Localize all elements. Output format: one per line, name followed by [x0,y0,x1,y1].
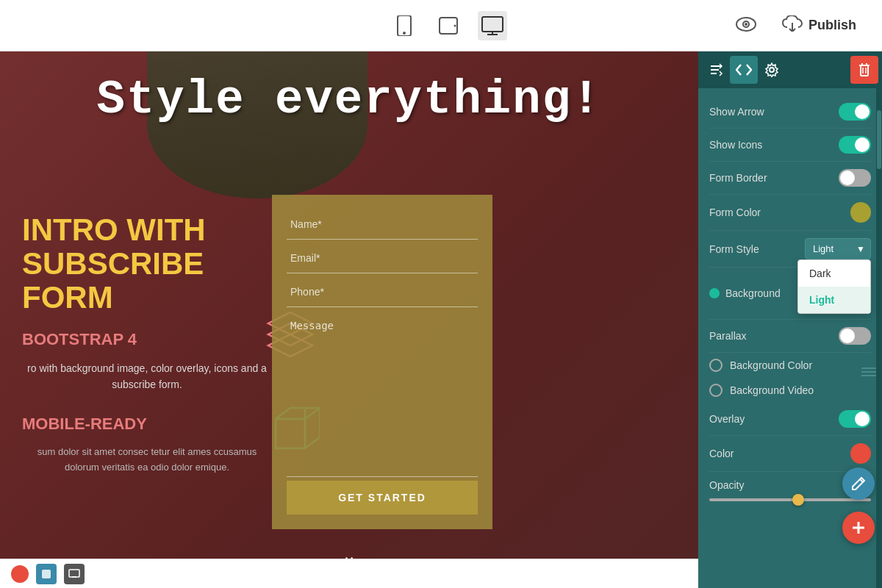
edit-fab-button[interactable] [842,467,875,500]
background-color-label: Background Color [730,359,812,371]
background-label: Background [725,287,781,299]
subscribe-form: GET STARTED [272,195,492,529]
statusbar [0,559,698,588]
background-video-label: Background Video [730,384,814,396]
lorem-text: sum dolor sit amet consec tetur elit ame… [22,445,272,476]
intro-title: INTRO WITH SUBSCRIBE FORM [22,213,272,315]
message-input[interactable] [287,311,478,477]
parallax-label: Parallax [709,330,747,342]
canvas-content: Style everything! INTRO WITH SUBSCRIBE F… [0,51,698,588]
svg-rect-4 [482,17,503,32]
color-swatch[interactable] [850,443,871,464]
svg-point-10 [745,23,747,26]
settings-panel: Show Arrow Show Icons Form Border [698,51,882,588]
setting-show-icons: Show Icons [709,129,871,162]
delete-tool-button[interactable] [850,56,878,84]
status-icon-desktop [64,564,85,584]
setting-form-border: Form Border [709,162,871,195]
color-label: Color [709,448,734,459]
form-color-label: Form Color [709,207,761,218]
sort-tool-button[interactable] [702,56,730,84]
setting-overlay: Overlay [709,403,871,436]
setting-parallax: Parallax [709,320,871,353]
device-mobile-button[interactable] [390,11,419,40]
form-color-swatch[interactable] [850,202,871,223]
email-input[interactable] [287,243,478,273]
preview-button[interactable] [736,15,756,36]
main-heading: Style everything! [15,74,684,126]
show-arrow-label: Show Arrow [709,106,764,118]
device-switcher [390,11,507,40]
setting-show-arrow: Show Arrow [709,96,871,129]
background-color-radio[interactable] [709,359,723,372]
opacity-slider-track[interactable] [709,498,871,501]
topbar: Publish [0,0,882,51]
add-fab-button[interactable] [842,512,875,544]
topbar-right: Publish [736,8,867,43]
form-border-toggle[interactable] [839,169,871,187]
svg-point-26 [770,68,774,72]
get-started-button[interactable]: GET STARTED [287,481,478,514]
form-style-select-wrapper: Light Dark ▼ Dark Light [805,238,871,259]
gear-tool-button[interactable] [758,56,786,84]
show-arrow-toggle[interactable] [839,103,871,121]
show-icons-toggle[interactable] [839,136,871,154]
form-border-label: Form Border [709,172,767,184]
cloud-upload-icon [782,15,803,36]
svg-point-1 [403,32,406,35]
bootstrap-label: BOOTSTRAP 4 [22,330,272,349]
setting-background-video: Background Video [709,378,871,403]
name-input[interactable] [287,209,478,240]
setting-form-color: Form Color [709,195,871,231]
panel-toolbar [698,51,882,88]
setting-background-color: Background Color [709,353,871,378]
status-dot-red [11,565,29,583]
panel-scrollbar[interactable] [876,88,882,588]
svg-point-3 [454,24,456,26]
background-video-radio[interactable] [709,384,723,397]
main-area: Style everything! INTRO WITH SUBSCRIBE F… [0,51,882,588]
left-content: INTRO WITH SUBSCRIBE FORM BOOTSTRAP 4 ro… [7,198,287,490]
svg-rect-21 [69,570,79,577]
setting-color: Color [709,436,871,472]
intro-desc: ro with background image, color overlay,… [22,360,272,393]
form-style-dropdown: Dark Light [797,259,871,314]
mobile-label: MOBILE-READY [22,415,272,434]
svg-rect-20 [42,570,51,578]
setting-form-style: Form Style Light Dark ▼ Dark Light [709,231,871,268]
scrollbar-thumb[interactable] [877,110,881,169]
device-tablet-button[interactable] [434,11,463,40]
form-style-select[interactable]: Light Dark [805,238,871,259]
form-style-label: Form Style [709,243,759,255]
canvas: Style everything! INTRO WITH SUBSCRIBE F… [0,51,698,588]
dropdown-dark-option[interactable]: Dark [798,260,870,287]
status-icon-blue [36,564,57,584]
show-icons-label: Show Icons [709,139,762,151]
svg-rect-27 [861,65,868,76]
publish-button[interactable]: Publish [771,8,867,43]
parallax-toggle[interactable] [839,327,871,345]
dropdown-light-option[interactable]: Light [798,287,870,313]
phone-input[interactable] [287,277,478,307]
device-desktop-button[interactable] [478,11,507,40]
panel-decoration [861,368,876,376]
overlay-label: Overlay [709,413,745,425]
publish-label: Publish [808,18,856,33]
overlay-toggle[interactable] [839,410,871,428]
code-tool-button[interactable] [730,56,758,84]
opacity-slider-thumb[interactable] [792,494,804,506]
